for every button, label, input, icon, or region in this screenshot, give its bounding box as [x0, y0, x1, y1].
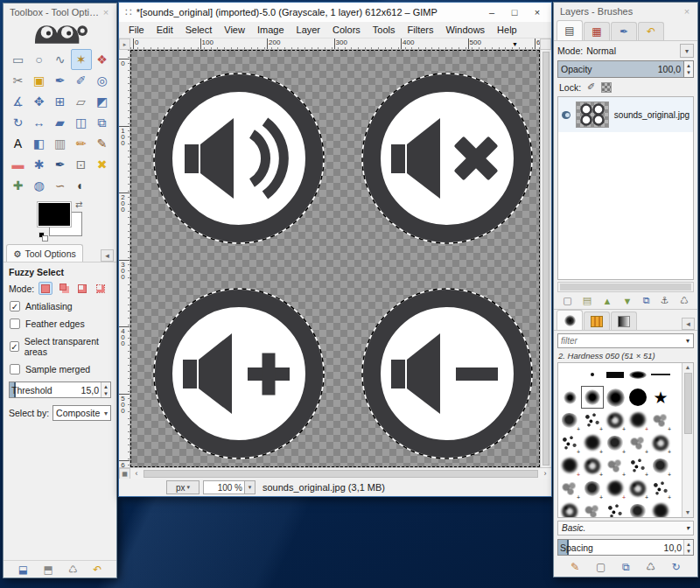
brush-scrollbar-thumb[interactable] — [684, 373, 692, 434]
minimize-button[interactable]: – — [486, 7, 497, 18]
brush-splat2[interactable] — [604, 500, 626, 518]
menu-file[interactable]: File — [123, 23, 150, 37]
vertical-scrollbar[interactable] — [540, 50, 551, 467]
mode-subtract-button[interactable] — [75, 282, 89, 295]
tool-pencil[interactable]: ✏ — [71, 133, 92, 154]
lock-alpha-icon[interactable] — [601, 82, 612, 93]
layer-mode-dropdown[interactable]: ▾ — [680, 44, 694, 58]
menu-edit[interactable]: Edit — [151, 23, 178, 37]
tool-align[interactable]: ⊞ — [50, 91, 71, 112]
tool-gradient[interactable]: ▥ — [50, 133, 71, 154]
tool-ink[interactable]: ✒ — [50, 154, 71, 175]
layers-titlebar[interactable]: Layers - Brushes × — [554, 3, 697, 20]
layers-close-icon[interactable]: × — [680, 6, 694, 17]
tool-scissors-select[interactable]: ✂ — [8, 70, 29, 91]
image-window-titlebar[interactable]: ∷ *[sounds_original] (imported)-5.0 (Gra… — [119, 3, 551, 22]
mode-intersect-button[interactable] — [94, 282, 108, 295]
zoom-value-box[interactable]: 100 % — [203, 480, 245, 494]
swap-colors-icon[interactable]: ⇄ — [75, 200, 82, 209]
save-tool-preset-icon[interactable]: ⬓ — [18, 564, 28, 575]
opacity-slider[interactable]: Opacity 100,0 — [557, 60, 684, 78]
tab-undo-history[interactable]: ↶ — [638, 22, 664, 40]
menu-windows[interactable]: Windows — [440, 23, 490, 37]
raise-layer-icon[interactable]: ▲ — [602, 296, 612, 306]
tool-move[interactable]: ✥ — [29, 91, 50, 112]
new-layer-group-icon[interactable]: ▤ — [583, 295, 592, 306]
zoom-dropdown-button[interactable]: ▾ — [245, 480, 256, 494]
brush-ellipse[interactable] — [626, 363, 649, 386]
brush-splat1[interactable] — [558, 409, 581, 431]
opacity-spinners[interactable]: ▲▼ — [684, 60, 694, 78]
brush-splat4[interactable] — [581, 431, 604, 454]
layer-row[interactable]: sounds_original.jpg — [558, 97, 693, 132]
menu-help[interactable]: Help — [492, 23, 522, 37]
menu-filters[interactable]: Filters — [402, 23, 439, 37]
tab-tool-options[interactable]: ⚙ Tool Options — [6, 244, 83, 262]
tab-gradients[interactable] — [611, 312, 637, 330]
brush-splat5[interactable] — [558, 477, 581, 500]
tool-text[interactable]: A — [8, 133, 29, 154]
brushes-collapse-button[interactable]: ◂ — [682, 318, 695, 330]
tool-shear[interactable]: ▰ — [50, 112, 71, 133]
tool-eraser[interactable]: ▬ — [8, 154, 29, 175]
brush-soft-s[interactable] — [558, 386, 581, 409]
spacing-spinners[interactable]: ▲▼ — [683, 540, 693, 555]
tool-ellipse-select[interactable]: ○ — [29, 49, 50, 70]
reset-tool-options-icon[interactable]: ↶ — [93, 564, 102, 575]
brush-soft-l[interactable] — [604, 386, 626, 409]
brush-splat5[interactable] — [581, 500, 604, 518]
tab-channels[interactable]: ▦ — [584, 22, 610, 40]
toolbox-collapse-button[interactable]: ◂ — [101, 249, 114, 262]
edit-brush-icon[interactable]: ✎ — [570, 561, 579, 573]
tool-paths[interactable]: ✒ — [50, 70, 71, 91]
brush-splat2[interactable] — [626, 454, 649, 477]
brush-splat2[interactable] — [558, 431, 581, 454]
layer-visibility-eye-icon[interactable] — [562, 111, 570, 119]
tool-color-picker[interactable]: ✐ — [71, 70, 92, 91]
checkbox-sample-merged[interactable]: Sample merged — [10, 364, 111, 374]
foreground-color-swatch[interactable] — [37, 201, 72, 228]
horizontal-scrollbar[interactable]: ▦ ‹ › — [119, 467, 551, 479]
menu-select[interactable]: Select — [180, 23, 218, 37]
tab-patterns[interactable] — [584, 312, 610, 330]
tool-blur-sharpen[interactable]: ◍ — [29, 175, 50, 196]
brush-splat1[interactable] — [581, 477, 604, 500]
close-button[interactable]: × — [532, 7, 542, 18]
lower-layer-icon[interactable]: ▼ — [623, 296, 633, 306]
spacing-slider[interactable]: Spacing 10,0 ▲▼ — [557, 539, 694, 556]
threshold-spinners[interactable]: ▲▼ — [101, 382, 110, 397]
duplicate-brush-icon[interactable]: ⧉ — [622, 561, 630, 573]
scroll-down-icon[interactable]: ▼ — [685, 508, 691, 517]
maximize-button[interactable]: □ — [509, 7, 520, 18]
tool-airbrush[interactable]: ✱ — [29, 154, 50, 175]
brush-splat3[interactable] — [558, 500, 581, 518]
tool-crop[interactable]: ▱ — [71, 91, 92, 112]
brush-bar[interactable] — [604, 363, 626, 386]
tool-handle-transform[interactable]: ⧉ — [92, 112, 113, 133]
refresh-brushes-icon[interactable]: ↻ — [672, 561, 681, 573]
delete-brush-icon[interactable]: ♺ — [646, 561, 655, 573]
mode-add-button[interactable] — [57, 282, 71, 295]
scroll-right-icon[interactable]: › — [539, 469, 551, 478]
unit-dropdown[interactable]: px ▾ — [166, 480, 200, 494]
menu-view[interactable]: View — [219, 23, 250, 37]
brush-splat2[interactable] — [581, 409, 604, 431]
menu-image[interactable]: Image — [252, 23, 290, 37]
tool-select-by-color[interactable]: ❖ — [92, 49, 113, 70]
tool-perspective[interactable]: ◫ — [71, 112, 92, 133]
brush-soft-m[interactable] — [581, 386, 604, 409]
brush-line[interactable] — [649, 363, 672, 386]
checkbox-feather-edges[interactable]: Feather edges — [10, 318, 111, 329]
brush-splat4[interactable] — [558, 454, 581, 477]
tool-scale[interactable]: ↔ — [29, 112, 50, 133]
tool-rectangle-select[interactable]: ▭ — [8, 49, 29, 70]
layer-list-scrollbar[interactable] — [557, 282, 694, 292]
brush-dot-s[interactable] — [581, 363, 604, 386]
brush-filter-input[interactable] — [558, 336, 682, 346]
brush-splat2[interactable] — [649, 477, 672, 500]
default-colors-icon[interactable] — [38, 232, 48, 242]
brush-group-dropdown[interactable]: Basic. ▾ — [557, 521, 694, 536]
brush-splat1[interactable] — [626, 500, 649, 518]
menu-tools[interactable]: Tools — [368, 23, 401, 37]
delete-layer-icon[interactable]: ♺ — [680, 295, 689, 306]
